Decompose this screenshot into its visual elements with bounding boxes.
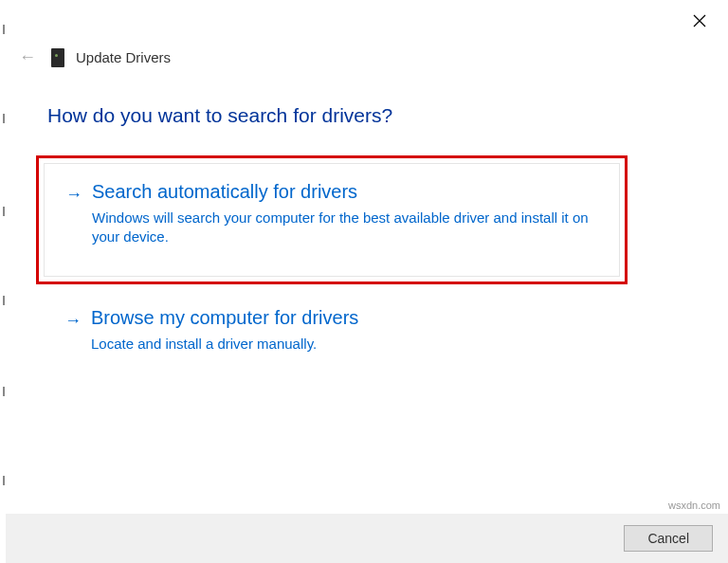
option-text: Browse my computer for drivers Locate an… bbox=[91, 307, 609, 354]
option-description: Locate and install a driver manually. bbox=[91, 335, 609, 354]
back-arrow-icon[interactable]: ← bbox=[19, 47, 40, 67]
cancel-button[interactable]: Cancel bbox=[624, 525, 713, 552]
device-icon bbox=[51, 48, 64, 67]
dialog-footer: Cancel bbox=[6, 514, 728, 563]
arrow-right-icon: → bbox=[65, 181, 81, 253]
question-heading: How do you want to search for drivers? bbox=[47, 104, 392, 127]
option-description: Windows will search your computer for th… bbox=[92, 209, 600, 247]
close-button[interactable] bbox=[690, 11, 709, 30]
highlighted-option-frame: → Search automatically for drivers Windo… bbox=[36, 155, 628, 284]
watermark-text: wsxdn.com bbox=[668, 499, 720, 511]
close-icon bbox=[693, 14, 706, 27]
crop-marks bbox=[3, 0, 6, 563]
dialog-title: Update Drivers bbox=[76, 49, 171, 65]
options-container: → Search automatically for drivers Windo… bbox=[36, 155, 628, 365]
option-title: Browse my computer for drivers bbox=[91, 307, 609, 329]
update-drivers-dialog: ← Update Drivers How do you want to sear… bbox=[0, 0, 728, 563]
dialog-header: ← Update Drivers bbox=[19, 47, 171, 67]
browse-computer-option[interactable]: → Browse my computer for drivers Locate … bbox=[36, 301, 628, 365]
option-title: Search automatically for drivers bbox=[92, 181, 600, 203]
search-automatically-option[interactable]: → Search automatically for drivers Windo… bbox=[44, 163, 620, 277]
arrow-right-icon: → bbox=[64, 307, 80, 354]
option-text: Search automatically for drivers Windows… bbox=[92, 181, 600, 253]
